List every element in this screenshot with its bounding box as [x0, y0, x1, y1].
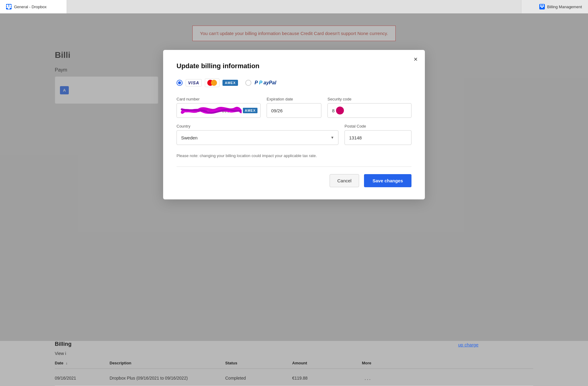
bg-view-link[interactable]: View i [55, 351, 66, 356]
card-number-wrapper: AMEX [177, 103, 261, 118]
country-label: Country [177, 124, 338, 128]
amex-logo: AMEX [222, 80, 238, 86]
col-header-more: More [347, 361, 371, 365]
dropbox-icon-right [539, 4, 545, 9]
radio-paypal[interactable] [245, 80, 251, 86]
payment-options-row: VISA AMEX P P ayPal [177, 79, 411, 87]
form-group-country: Country Sweden United States United King… [177, 124, 338, 145]
modal-overlay: × Update billing information VISA AMEX [0, 13, 588, 386]
cell-status: Completed [225, 376, 292, 381]
up-charge-link[interactable]: up charge [458, 342, 478, 347]
table-row: 09/16/2021 Dropbox Plus (09/16/2021 to 0… [55, 370, 533, 386]
save-changes-button[interactable]: Save changes [364, 174, 411, 187]
update-billing-modal: × Update billing information VISA AMEX [163, 50, 425, 199]
form-group-card-number: Card number AMEX [177, 97, 261, 118]
amex-card-icon: AMEX [243, 108, 257, 113]
cell-amount: €119.88 [292, 376, 347, 381]
form-group-postal: Postal Code [345, 124, 411, 145]
expiration-input[interactable] [267, 103, 321, 118]
modal-footer: Cancel Save changes [177, 174, 411, 187]
country-select[interactable]: Sweden United States United Kingdom Germ… [177, 130, 338, 145]
col-header-amount: Amount [292, 361, 347, 365]
dropbox-icon-left [6, 4, 12, 9]
modal-title: Update billing information [177, 62, 411, 70]
payment-option-card[interactable]: VISA AMEX [177, 79, 238, 87]
expiration-label: Expiration date [267, 97, 321, 101]
mastercard-logo [205, 79, 219, 87]
cell-date: 09/16/2021 [55, 376, 110, 381]
form-group-security: Security code [327, 97, 411, 118]
card-number-label: Card number [177, 97, 261, 101]
postal-input[interactable] [345, 130, 411, 145]
browser-tab-bar: General - Dropbox Billing Management [0, 0, 588, 13]
cell-more[interactable]: ... [347, 374, 371, 381]
three-dots-icon[interactable]: ... [364, 374, 371, 381]
col-header-status: Status [225, 361, 292, 365]
page-background: You can't update your billing informatio… [0, 13, 588, 386]
cell-description: Dropbox Plus (09/16/2021 to 09/16/2022) [110, 376, 225, 381]
cancel-button[interactable]: Cancel [330, 174, 359, 187]
col-header-date: Date ↓ [55, 361, 110, 365]
tab-billing-label: Billing Management [547, 5, 582, 9]
form-row-location: Country Sweden United States United King… [177, 124, 411, 145]
form-group-expiration: Expiration date [267, 97, 321, 118]
bg-billing-row: Billing up charge [55, 341, 533, 349]
form-row-card: Card number AMEX Expiration date [177, 97, 411, 118]
bg-table-header: Date ↓ Description Status Amount More [55, 361, 533, 369]
security-code-redact [336, 107, 344, 114]
tab-general-label: General - Dropbox [14, 5, 47, 9]
tab-billing[interactable]: Billing Management [521, 0, 588, 13]
bg-billing-label: Billing [55, 341, 72, 347]
tab-general[interactable]: General - Dropbox [0, 0, 67, 13]
sort-arrow-date[interactable]: ↓ [66, 361, 68, 365]
security-label: Security code [327, 97, 411, 101]
col-header-desc: Description [110, 361, 225, 365]
paypal-logo: P P ayPal [254, 80, 276, 86]
mc-yellow-circle [211, 80, 217, 86]
visa-logo: VISA [186, 79, 202, 86]
payment-option-paypal[interactable]: P P ayPal [245, 80, 276, 86]
country-select-wrapper: Sweden United States United Kingdom Germ… [177, 130, 338, 145]
modal-close-button[interactable]: × [414, 56, 418, 63]
postal-label: Postal Code [345, 124, 411, 128]
billing-note: Please note: changing your billing locat… [177, 151, 411, 158]
modal-divider [177, 167, 411, 167]
radio-card[interactable] [177, 80, 183, 86]
